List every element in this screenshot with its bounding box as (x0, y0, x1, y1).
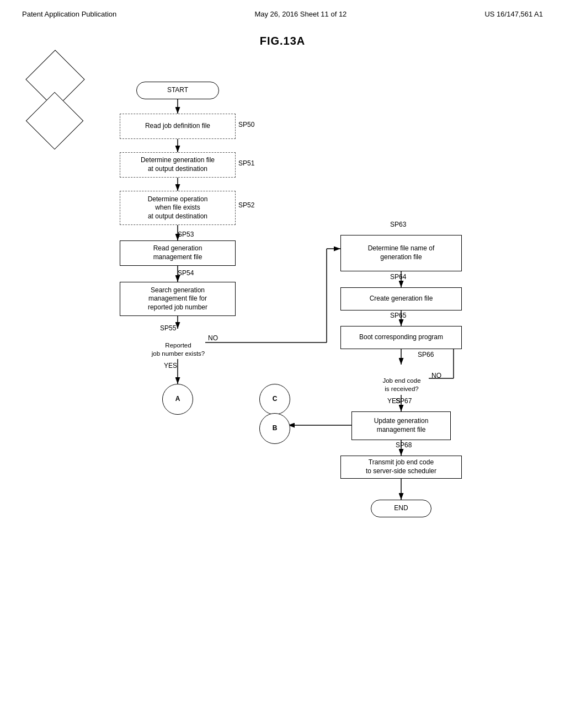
sp63-tag: SP63 (390, 221, 406, 228)
sp53-tag: SP53 (178, 231, 194, 238)
sp66-diamond (26, 92, 84, 150)
sp68-node: Transmit job end code to server-side sch… (340, 456, 462, 479)
page-header: Patent Application Publication May 26, 2… (0, 0, 565, 18)
circle-a: A (162, 384, 193, 415)
sp51-tag: SP51 (238, 159, 254, 167)
sp55-yes-label: YES (164, 362, 177, 370)
sp52-tag: SP52 (238, 201, 254, 209)
sp51-node: Determine generation file at output dest… (120, 152, 236, 178)
sp64-node: Create generation file (340, 287, 462, 311)
sp67-tag: SP67 (396, 397, 412, 405)
header-left: Patent Application Publication (22, 10, 116, 18)
diagram-container: START Read job definition file SP50 Dete… (34, 58, 531, 693)
sp55-tag: SP55 (160, 324, 176, 332)
header-right: US 16/147,561 A1 (484, 10, 543, 18)
sp65-tag: SP65 (390, 312, 406, 319)
sp53-node: Read generation management file (120, 240, 236, 266)
sp64-tag: SP64 (390, 273, 406, 281)
circle-c: C (259, 384, 290, 415)
sp63-node: Determine file name of generation file (340, 235, 462, 271)
sp66-tag: SP66 (418, 351, 434, 358)
sp65-node: Boot corresponding program (340, 326, 462, 349)
diagram-title: FIG.13A (0, 35, 565, 47)
arrows-svg (34, 58, 531, 693)
sp67-node: Update generation management file (351, 411, 451, 440)
sp68-tag: SP68 (396, 441, 412, 449)
sp54-node: Search generation management file for re… (120, 282, 236, 316)
header-center: May 26, 2016 Sheet 11 of 12 (254, 10, 347, 18)
sp66-no-label: NO (431, 372, 441, 379)
end-node: END (371, 500, 431, 517)
sp50-tag: SP50 (238, 121, 254, 129)
sp55-no-label: NO (208, 334, 218, 342)
circle-b: B (259, 413, 290, 444)
sp52-node: Determine operation when file exists at … (120, 191, 236, 225)
start-node: START (136, 82, 219, 99)
sp50-node: Read job definition file (120, 114, 236, 139)
sp54-tag: SP54 (178, 269, 194, 277)
